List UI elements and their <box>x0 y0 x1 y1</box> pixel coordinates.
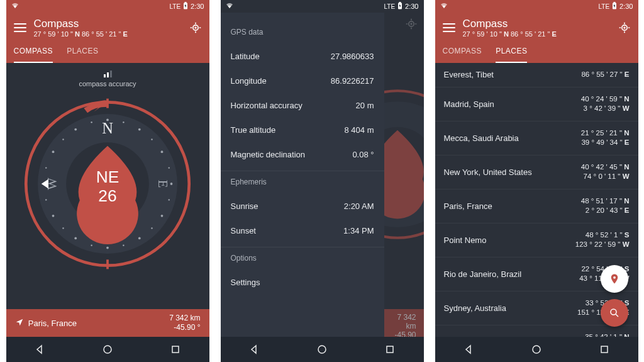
back-icon[interactable] <box>464 344 474 354</box>
battery-icon <box>612 2 617 11</box>
place-coords: 40 ° 24 ' 59 " N3 ° 42 ' 39 " W <box>581 94 630 114</box>
place-row[interactable]: Point Nemo48 ° 52 ' 1 " S123 ° 22 ' 59 "… <box>435 223 638 257</box>
compass-accuracy: compass accuracy <box>6 71 209 88</box>
target-distance: 7 342 km <box>169 314 200 323</box>
place-coords: 48 ° 52 ' 1 " S123 ° 22 ' 59 " W <box>575 230 630 250</box>
recents-icon[interactable] <box>170 344 180 354</box>
svg-point-28 <box>45 199 47 200</box>
place-coords: 86 ° 55 ' 27 " E <box>581 70 629 80</box>
search-fab[interactable] <box>601 299 628 327</box>
tab-compass[interactable]: COMPASS <box>14 42 53 63</box>
svg-point-25 <box>123 245 124 246</box>
svg-point-3 <box>194 26 196 28</box>
place-coords: 21 ° 25 ' 21 " N39 ° 49 ' 34 " E <box>581 128 630 148</box>
svg-point-31 <box>91 122 92 123</box>
svg-point-20 <box>123 122 124 123</box>
target-bearing: -45.90 ° <box>169 323 200 332</box>
battery-icon <box>183 2 188 11</box>
svg-point-30 <box>62 139 64 140</box>
locate-icon[interactable] <box>189 21 202 34</box>
place-row[interactable]: Everest, Tibet86 ° 55 ' 27 " E <box>435 63 638 88</box>
android-navbar <box>6 337 209 362</box>
home-icon[interactable] <box>103 344 113 354</box>
accuracy-label: compass accuracy <box>79 80 136 88</box>
back-icon[interactable] <box>249 344 259 354</box>
locate-icon[interactable] <box>618 21 631 34</box>
app-title: Compass <box>34 18 182 30</box>
place-name: Point Nemo <box>444 235 575 245</box>
svg-rect-45 <box>614 2 616 3</box>
svg-point-12 <box>161 215 164 217</box>
svg-point-50 <box>533 346 540 353</box>
screen-compass: LTE 2:30 Compass 27 ° 59 ' 10 " N 86 ° 5… <box>6 0 209 362</box>
section-gps: GPS data <box>231 28 374 37</box>
current-coords: 27 ° 59 ' 10 " N 86 ° 55 ' 21 " E <box>34 30 182 38</box>
home-icon[interactable] <box>317 344 327 354</box>
place-row[interactable]: New York, United States40 ° 42 ' 45 " N7… <box>435 156 638 189</box>
svg-point-15 <box>74 237 77 240</box>
tab-compass[interactable]: COMPASS <box>443 42 482 63</box>
row-true-altitude: True altitude8 404 m <box>231 118 374 142</box>
places-list[interactable]: Everest, Tibet86 ° 55 ' 27 " EMadrid, Sp… <box>435 63 638 337</box>
tab-places[interactable]: PLACES <box>67 42 98 63</box>
svg-point-18 <box>52 150 55 153</box>
svg-point-13 <box>138 237 141 240</box>
heading-deg: 26 <box>98 186 116 205</box>
tab-places[interactable]: PLACES <box>496 42 527 63</box>
row-horizontal-accuracy: Horizontal accuracy20 m <box>231 93 374 118</box>
wifi-icon <box>440 3 448 10</box>
svg-point-23 <box>169 199 170 200</box>
row-settings[interactable]: Settings <box>231 270 374 295</box>
cardinal-e: E <box>156 180 170 188</box>
add-place-fab[interactable] <box>601 265 628 293</box>
navigation-drawer: GPS data Latitude27.9860633 Longitude86.… <box>221 13 384 337</box>
clock: 2:30 <box>405 3 418 10</box>
svg-point-21 <box>151 139 152 140</box>
place-coords: 48 ° 51 ' 17 " N2 ° 20 ' 43 " E <box>581 196 630 216</box>
row-magnetic-declination: Magnetic declination0.08 ° <box>231 142 374 167</box>
target-place-name: Paris, France <box>28 319 77 328</box>
place-name: Paris, France <box>444 201 581 211</box>
screen-drawer: LTE 2:30 7 342 km -45.90 ° <box>221 0 424 362</box>
status-bar: LTE 2:30 <box>435 0 638 13</box>
svg-point-27 <box>62 227 64 229</box>
svg-point-49 <box>611 309 616 315</box>
current-coords: 27 ° 59 ' 10 " N 86 ° 55 ' 21 " E <box>463 30 611 38</box>
compass-dial[interactable]: N E S W NE 26 <box>19 95 196 273</box>
signal-bars-icon <box>104 71 112 77</box>
battery-icon <box>397 2 402 11</box>
recents-icon[interactable] <box>385 344 395 354</box>
svg-point-42 <box>318 346 326 353</box>
recents-icon[interactable] <box>599 344 609 354</box>
section-ephemeris: Ephemeris <box>231 178 374 186</box>
place-name: Madrid, Spain <box>444 99 581 109</box>
svg-point-24 <box>151 227 152 229</box>
clock: 2:30 <box>191 3 204 10</box>
place-row[interactable]: Mecca, Saudi Arabia21 ° 25 ' 21 " N39 ° … <box>435 122 638 156</box>
place-row[interactable]: Paris, France48 ° 51 ' 17 " N2 ° 20 ' 43… <box>435 189 638 223</box>
svg-point-29 <box>45 167 47 168</box>
status-bar: LTE 2:30 <box>6 0 209 13</box>
back-icon[interactable] <box>35 344 45 354</box>
place-row[interactable]: Tokyo, Japan35 ° 42 ' 1 " N139 ° 43 ' 6 … <box>435 325 638 337</box>
heading-dir: NE <box>96 167 119 186</box>
dimmed-background[interactable]: 7 342 km -45.90 ° <box>384 13 424 337</box>
place-coords: 40 ° 42 ' 45 " N74 ° 0 ' 11 " W <box>581 162 630 182</box>
place-name: New York, United States <box>444 167 581 177</box>
lte-label: LTE <box>169 3 180 10</box>
svg-rect-36 <box>399 2 401 3</box>
svg-point-48 <box>613 276 616 279</box>
place-row[interactable]: Madrid, Spain40 ° 24 ' 59 " N3 ° 42 ' 39… <box>435 88 638 122</box>
menu-icon[interactable] <box>14 23 26 32</box>
home-icon[interactable] <box>531 344 541 354</box>
svg-point-38 <box>410 23 412 25</box>
row-longitude: Longitude86.9226217 <box>231 69 374 93</box>
row-sunset: Sunset1:34 PM <box>231 218 374 243</box>
menu-icon[interactable] <box>443 23 455 32</box>
svg-rect-1 <box>185 2 187 3</box>
wifi-icon <box>226 3 233 10</box>
svg-rect-6 <box>106 259 109 269</box>
row-latitude: Latitude27.9860633 <box>231 44 374 69</box>
svg-point-22 <box>169 167 170 168</box>
target-place-bar[interactable]: Paris, France 7 342 km -45.90 ° <box>6 309 209 337</box>
